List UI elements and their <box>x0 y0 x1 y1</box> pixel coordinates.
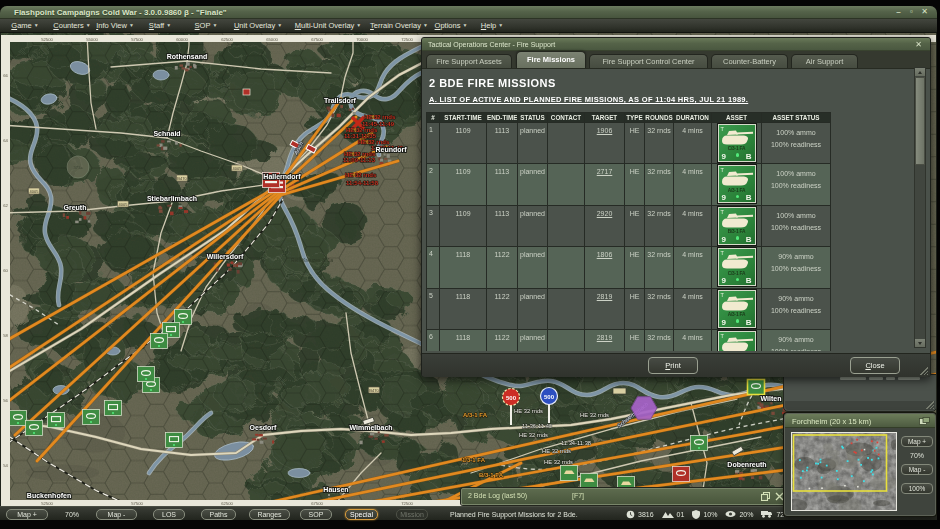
white-annotation-2: 11:36-11:40 <box>522 423 552 429</box>
scrollbar-thumb[interactable] <box>915 77 925 165</box>
dialog-title: Tactical Operations Center - Fire Suppor… <box>428 41 555 48</box>
target-link[interactable]: 2819 <box>585 330 625 352</box>
target-link[interactable]: 2717 <box>585 164 625 206</box>
map-counter-2[interactable] <box>48 413 65 428</box>
white-annotation-1: HE 32 rnds <box>580 412 609 418</box>
los-button[interactable]: LOS <box>153 509 185 520</box>
menu-staff[interactable]: Staff▼ <box>149 21 171 30</box>
minimap-title: Forchheim (20 x 15 km) <box>792 417 871 426</box>
map-counter-1[interactable] <box>26 421 43 436</box>
svg-text:500: 500 <box>506 395 517 401</box>
special-button[interactable]: Special <box>345 509 378 520</box>
asset-unit-counter[interactable]: TA/3-1 FA9B <box>718 165 756 203</box>
sop-button[interactable]: SOP <box>300 509 332 520</box>
clock-icon <box>626 510 635 519</box>
map-counter-7[interactable] <box>138 367 155 382</box>
menu-multi-unit-overlay[interactable]: Multi-Unit Overlay▼ <box>295 21 362 30</box>
tab-fire-support-control-center[interactable]: Fire Support Control Center <box>589 54 708 68</box>
paths-button[interactable]: Paths <box>201 509 236 520</box>
asset-unit-counter[interactable]: TC/3-1 FA9B <box>718 248 756 286</box>
map-counter-10[interactable] <box>151 334 168 349</box>
scroll-up-icon[interactable] <box>915 68 925 76</box>
minimap-mode-icon[interactable] <box>919 417 930 426</box>
dialog-close-icon[interactable]: ✕ <box>915 40 922 49</box>
target-link[interactable]: 1906 <box>585 122 625 164</box>
minimap-view[interactable] <box>791 432 897 511</box>
asset-unit-counter[interactable]: TC/3-1 FA9B <box>718 124 756 162</box>
map-counter-6[interactable] <box>166 433 183 448</box>
close-dialog-button[interactable]: Close <box>850 357 900 374</box>
menu-game[interactable]: Game▼ <box>11 21 38 30</box>
close-panel-icon[interactable] <box>775 492 784 501</box>
maximize-button[interactable]: ▫ <box>907 7 916 17</box>
tab-fire-missions[interactable]: Fire Missions <box>516 51 586 68</box>
minimap-titlebar[interactable]: Forchheim (20 x 15 km) <box>785 414 935 428</box>
fire-mission-row-6: 611181122planned2819HE32 rnds4 minsTB/3-… <box>427 330 831 352</box>
menu-counters[interactable]: Counters▼ <box>53 21 90 30</box>
target-hex-link[interactable]: 2819 <box>597 334 613 341</box>
fire-mission-row-1: 111091113planned1906HE32 rnds4 minsTC/3-… <box>427 122 831 164</box>
resize-grip-icon[interactable] <box>926 401 934 409</box>
tab-counter-battery[interactable]: Counter-Battery <box>711 54 788 68</box>
fire-mission-row-2: 211091113planned2717HE32 rnds4 minsTA/3-… <box>427 164 831 206</box>
map-counter-4[interactable] <box>105 401 122 416</box>
target-hex-link[interactable]: 2717 <box>597 168 613 175</box>
target-hex-link[interactable]: 2920 <box>597 210 613 217</box>
duration: 4 mins <box>674 247 712 289</box>
menu-terrain-overlay[interactable]: Terrain Overlay▼ <box>370 21 428 30</box>
tab-fire-support-assets[interactable]: Fire Support Assets <box>426 54 512 68</box>
minimap-zoom-out-button[interactable]: Map - <box>901 464 933 475</box>
tab-air-support[interactable]: Air Support <box>791 54 858 68</box>
rounds: 32 rnds <box>645 288 674 330</box>
scroll-down-icon[interactable] <box>915 339 925 347</box>
menu-help[interactable]: Help▼ <box>481 21 503 30</box>
print-button[interactable]: Print <box>648 357 698 374</box>
end-time: 1113 <box>487 164 518 206</box>
window-titlebar: Flashpoint Campaigns Cold War - 3.0.0.98… <box>0 6 937 19</box>
dialog-titlebar[interactable]: Tactical Operations Center - Fire Suppor… <box>422 38 930 51</box>
map-counter-15[interactable] <box>691 436 708 451</box>
contact <box>548 330 585 352</box>
ranges-button[interactable]: Ranges <box>249 509 290 520</box>
asset-unit-counter[interactable]: TA/3-1 FA9B <box>718 290 756 328</box>
orange-unit-label-0: A/3-1 FA <box>463 412 488 418</box>
map-counter-16[interactable] <box>748 380 765 395</box>
target-hex-link[interactable]: 2819 <box>597 293 613 300</box>
map-zoom-out-button[interactable]: Map - <box>96 509 137 520</box>
mission-button[interactable]: Mission <box>396 509 428 520</box>
map-counter-12[interactable] <box>581 474 598 489</box>
asset-unit-counter[interactable]: TB/3-1 FA9B <box>718 331 756 351</box>
menu-unit-overlay[interactable]: Unit Overlay▼ <box>234 21 282 30</box>
elevation-icon <box>662 510 674 518</box>
restore-panel-icon[interactable] <box>761 492 770 501</box>
map-counter-3[interactable] <box>83 410 100 425</box>
end-time: 1113 <box>487 122 518 164</box>
target-link[interactable]: 2920 <box>585 205 625 247</box>
target-link[interactable]: 1806 <box>585 247 625 289</box>
target-hex-link[interactable]: 1806 <box>597 251 613 258</box>
close-button[interactable]: ✕ <box>920 7 929 17</box>
menu-options[interactable]: Options▼ <box>435 21 468 30</box>
town-label-5: Greuth <box>64 204 87 211</box>
bde-log-panel[interactable]: 2 Bde Log (last 50) [F7] <box>461 488 789 505</box>
svg-text:52500: 52500 <box>41 37 53 42</box>
dialog-resize-grip[interactable] <box>920 367 928 375</box>
dialog-scrollbar[interactable] <box>914 67 926 348</box>
target-hex-link[interactable]: 1906 <box>597 127 613 134</box>
status-shield-pct: 10% <box>703 511 717 518</box>
minimize-button[interactable]: – <box>894 7 903 17</box>
map-zoom-in-button[interactable]: Map + <box>6 509 48 520</box>
menu-info-view[interactable]: Info View▼ <box>96 21 134 30</box>
minimap-image[interactable] <box>792 433 896 510</box>
minimap-zoom-in-button[interactable]: Map + <box>901 436 933 447</box>
mission-status: planned <box>518 247 548 289</box>
map-counter-14[interactable] <box>673 467 690 482</box>
map-counter-0[interactable] <box>10 411 27 426</box>
menu-sop[interactable]: SOP▼ <box>195 21 218 30</box>
minimap-zoom-100-button[interactable]: 100% <box>901 483 933 494</box>
duration: 4 mins <box>674 164 712 206</box>
target-link[interactable]: 2819 <box>585 288 625 330</box>
contact <box>548 205 585 247</box>
map-counter-11[interactable] <box>561 466 578 481</box>
asset-unit-counter[interactable]: TB/3-1 FA9B <box>718 207 756 245</box>
